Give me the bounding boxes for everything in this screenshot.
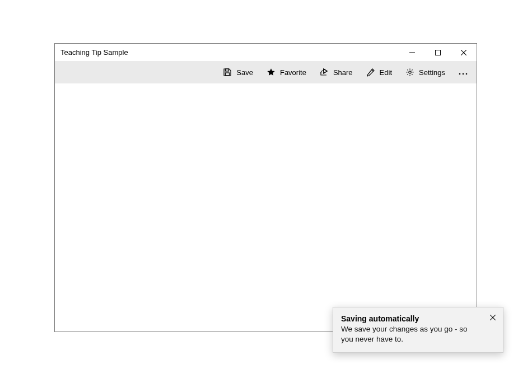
content-area [55,83,477,332]
gear-icon [405,68,414,77]
close-icon [461,50,466,55]
more-icon [459,68,468,77]
settings-button[interactable]: Settings [399,61,452,83]
svg-rect-5 [226,73,230,76]
settings-label: Settings [419,68,445,77]
svg-rect-4 [226,69,229,71]
svg-line-6 [371,70,373,72]
share-icon [320,68,329,77]
edit-button[interactable]: Edit [360,61,399,83]
window-title: Teaching Tip Sample [55,48,128,57]
teaching-tip-title: Saving automatically [341,314,482,323]
favorite-button[interactable]: Favorite [260,61,313,83]
teaching-tip: Saving automatically We save your change… [333,307,503,353]
command-bar: Save Favorite Share [55,61,477,83]
svg-point-8 [459,73,461,75]
minimize-button[interactable] [399,44,425,61]
svg-rect-1 [436,50,441,55]
edit-label: Edit [380,68,392,77]
svg-point-7 [409,71,411,73]
save-icon [223,68,232,77]
teaching-tip-body: We save your changes as you go - so you … [341,324,482,344]
star-icon [267,68,276,77]
edit-icon [366,68,375,77]
svg-point-9 [463,73,464,75]
save-label: Save [236,68,253,77]
maximize-button[interactable] [425,44,451,61]
close-button[interactable] [451,44,477,61]
teaching-tip-close-button[interactable] [487,312,498,323]
share-label: Share [333,68,353,77]
titlebar: Teaching Tip Sample [55,44,477,61]
favorite-label: Favorite [280,68,306,77]
app-window: Teaching Tip Sample [54,43,477,332]
close-icon [490,313,496,322]
svg-point-10 [466,73,468,75]
share-button[interactable]: Share [313,61,360,83]
more-button[interactable] [452,61,474,83]
maximize-icon [435,50,441,55]
minimize-icon [409,50,415,55]
save-button[interactable]: Save [216,61,260,83]
